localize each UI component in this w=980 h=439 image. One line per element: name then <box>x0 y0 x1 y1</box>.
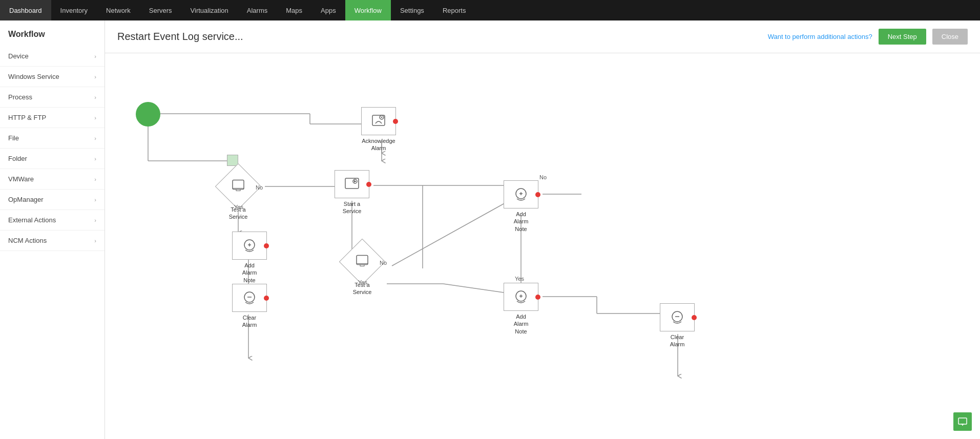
start-service-node[interactable]: Start aService <box>335 170 369 215</box>
no-label-3: No <box>539 174 547 180</box>
workflow-canvas[interactable]: AcknowledgeAlarm <box>105 53 980 439</box>
chevron-icon: › <box>94 115 96 121</box>
red-dot <box>535 192 540 197</box>
sidebar-item-external-actions[interactable]: External Actions › <box>0 210 105 231</box>
yes-label-3: Yes <box>515 276 524 282</box>
test-service-icon <box>232 179 245 193</box>
sidebar-item-label: OpManager <box>8 196 44 203</box>
yes-label-2: Yes <box>358 279 367 285</box>
next-step-button[interactable]: Next Step <box>879 29 926 45</box>
clear-alarm-1-box <box>232 284 267 312</box>
sidebar-item-label: Device <box>8 52 29 60</box>
clear-alarm-2-icon <box>669 309 685 326</box>
chevron-icon: › <box>94 238 96 244</box>
chevron-icon: › <box>94 197 96 203</box>
ack-alarm-label: AcknowledgeAlarm <box>362 137 395 152</box>
svg-rect-15 <box>372 115 385 126</box>
sidebar-item-opmanager[interactable]: OpManager › <box>0 190 105 210</box>
content-area: Restart Event Log service... Want to per… <box>105 20 980 439</box>
chevron-icon: › <box>94 135 96 141</box>
chevron-icon: › <box>94 217 96 223</box>
add-alarm-note-2-node[interactable]: AddAlarmNote No <box>504 180 538 233</box>
no-label-2: No <box>380 260 387 266</box>
no-label-1: No <box>256 184 263 191</box>
sidebar: Workflow Device › Windows Service › Proc… <box>0 20 105 439</box>
sidebar-item-label: Process <box>8 93 32 101</box>
screen-icon <box>957 416 968 427</box>
chevron-icon: › <box>94 74 96 80</box>
ack-alarm-node[interactable]: AcknowledgeAlarm <box>361 107 396 152</box>
connections-svg <box>105 53 771 437</box>
sidebar-item-label: Folder <box>8 155 27 162</box>
main-layout: Workflow Device › Windows Service › Proc… <box>0 20 980 439</box>
svg-rect-29 <box>360 265 364 266</box>
sidebar-item-label: External Actions <box>8 216 56 224</box>
add-alarm-note-3-node[interactable]: AddAlarmNote Yes <box>504 283 538 335</box>
svg-rect-27 <box>357 256 368 265</box>
sidebar-item-device[interactable]: Device › <box>0 46 105 67</box>
sidebar-item-ncm-actions[interactable]: NCM Actions › <box>0 231 105 251</box>
add-alarm-note-1-label: AddAlarmNote <box>242 262 257 284</box>
add-alarm-note-2-box <box>504 180 538 208</box>
sidebar-item-process[interactable]: Process › <box>0 87 105 108</box>
clear-alarm-1-label: ClearAlarm <box>242 314 257 329</box>
nav-inventory[interactable]: Inventory <box>51 0 97 20</box>
red-dot <box>264 243 269 248</box>
add-alarm-note-2-label: AddAlarmNote <box>514 211 529 233</box>
clear-alarm-2-node[interactable]: ClearAlarm <box>660 303 695 348</box>
clear-alarm-1-icon <box>241 290 258 306</box>
ack-alarm-box <box>361 107 396 135</box>
content-header: Restart Event Log service... Want to per… <box>105 20 980 53</box>
nav-dashboard[interactable]: Dashboard <box>0 0 51 20</box>
add-alarm-note-1-box <box>232 232 267 260</box>
header-actions: Want to perform additional actions? Next… <box>768 29 968 45</box>
sidebar-item-label: Windows Service <box>8 73 59 80</box>
add-alarm-note-1-node[interactable]: AddAlarmNote <box>232 232 267 284</box>
red-dot <box>692 315 697 320</box>
red-dot <box>264 296 269 301</box>
svg-rect-40 <box>958 418 967 424</box>
svg-line-14 <box>443 284 507 293</box>
chevron-icon: › <box>94 53 96 59</box>
nav-network[interactable]: Network <box>97 0 140 20</box>
close-button[interactable]: Close <box>932 29 968 45</box>
start-circle <box>136 102 160 127</box>
nav-maps[interactable]: Maps <box>277 0 311 20</box>
test-service-2-icon <box>356 255 369 268</box>
nav-apps[interactable]: Apps <box>311 0 345 20</box>
clear-alarm-1-node[interactable]: ClearAlarm <box>232 284 267 329</box>
top-navigation: Dashboard Inventory Network Servers Virt… <box>0 0 980 20</box>
sidebar-item-windows-service[interactable]: Windows Service › <box>0 67 105 87</box>
action-hint: Want to perform additional actions? <box>768 33 872 40</box>
sidebar-item-vmware[interactable]: VMWare › <box>0 169 105 190</box>
nav-virtualization[interactable]: Virtualization <box>181 0 238 20</box>
svg-rect-19 <box>233 180 244 190</box>
nav-alarms[interactable]: Alarms <box>238 0 277 20</box>
sidebar-title: Workflow <box>0 20 105 46</box>
start-service-box <box>335 170 369 198</box>
clear-alarm-2-label: ClearAlarm <box>670 333 685 348</box>
nav-servers[interactable]: Servers <box>140 0 181 20</box>
add-alarm-note-3-label: AddAlarmNote <box>514 313 529 335</box>
svg-rect-21 <box>236 190 240 191</box>
nav-settings[interactable]: Settings <box>391 0 433 20</box>
sidebar-item-label: File <box>8 134 19 142</box>
red-dot <box>393 119 398 124</box>
page-title: Restart Event Log service... <box>117 31 243 43</box>
nav-reports[interactable]: Reports <box>433 0 475 20</box>
bottom-right-button[interactable] <box>953 412 972 431</box>
chevron-icon: › <box>94 176 96 182</box>
red-dot <box>535 295 540 300</box>
sidebar-item-label: HTTP & FTP <box>8 114 46 121</box>
sidebar-item-file[interactable]: File › <box>0 128 105 149</box>
test-service-1-node[interactable]: Test aService No Yes <box>222 170 255 221</box>
red-dot <box>366 182 371 187</box>
nav-workflow[interactable]: Workflow <box>345 0 391 20</box>
start-node[interactable] <box>136 102 160 127</box>
start-service-label: Start aService <box>343 200 362 215</box>
sidebar-item-folder[interactable]: Folder › <box>0 149 105 169</box>
test-service-2-node[interactable]: Test aService No Yes <box>346 245 379 296</box>
add-alarm-note-3-icon <box>513 289 529 305</box>
sidebar-item-http-ftp[interactable]: HTTP & FTP › <box>0 108 105 128</box>
add-alarm-note-3-box <box>504 283 538 311</box>
